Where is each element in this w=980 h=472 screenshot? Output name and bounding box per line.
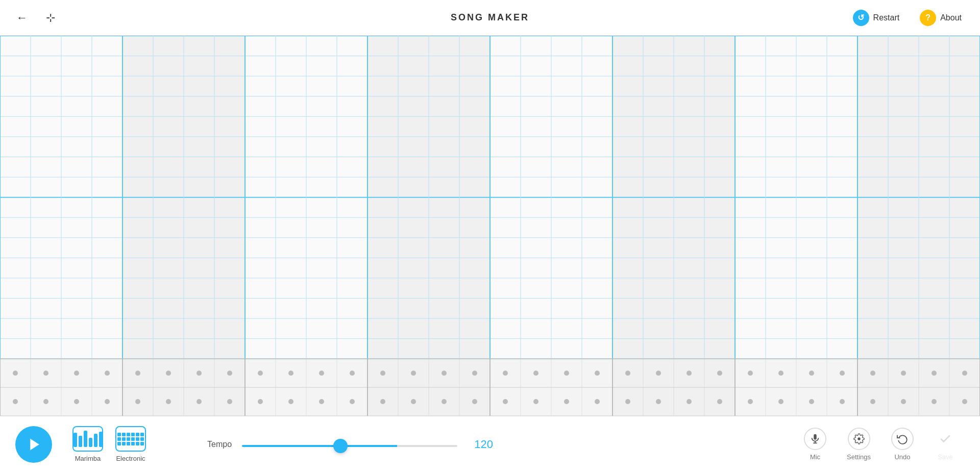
svg-point-120 [870,370,875,376]
undo-label: Undo [894,453,910,461]
marimba-bars [74,431,103,447]
svg-point-106 [442,370,447,376]
marimba-icon [72,426,103,452]
svg-point-117 [778,370,783,376]
tempo-label: Tempo [207,440,232,449]
svg-point-121 [901,370,906,376]
svg-point-92 [13,370,18,376]
svg-point-131 [227,399,232,404]
svg-point-123 [962,370,967,376]
svg-point-97 [166,370,171,376]
svg-point-137 [411,399,416,404]
svg-point-153 [901,399,906,404]
mic-tool[interactable]: Mic [796,424,835,465]
back-button[interactable]: ← [12,9,32,27]
svg-point-138 [442,399,447,404]
page-title: SONG MAKER [451,12,529,23]
about-icon: ? [920,10,936,26]
settings-label: Settings [847,453,871,461]
tempo-slider[interactable] [242,445,457,447]
svg-point-155 [962,399,967,404]
header-right: ↺ Restart ? About [847,7,968,29]
svg-point-126 [74,399,79,404]
restart-button[interactable]: ↺ Restart [847,7,906,29]
about-button[interactable]: ? About [914,7,968,29]
play-icon [27,437,42,452]
grid-wrapper [0,36,980,416]
svg-point-160 [857,437,861,440]
svg-point-103 [350,370,355,376]
svg-point-141 [533,399,538,404]
svg-point-133 [288,399,293,404]
move-button[interactable]: ⊹ [42,9,59,27]
settings-icon [848,428,870,450]
svg-point-114 [687,370,692,376]
undo-icon [891,428,914,450]
svg-point-127 [105,399,110,404]
svg-point-152 [870,399,875,404]
svg-point-154 [932,399,937,404]
svg-point-122 [932,370,937,376]
settings-tool[interactable]: Settings [839,424,879,465]
svg-point-147 [717,399,722,404]
tempo-slider-wrapper [242,440,457,449]
svg-point-124 [13,399,18,404]
toolbar-right: Mic Settings Undo [796,424,965,465]
svg-point-151 [840,399,845,404]
toolbar: Marimba [0,416,980,472]
svg-point-100 [258,370,263,376]
song-grid[interactable] [0,36,980,416]
svg-point-102 [319,370,324,376]
svg-point-111 [595,370,600,376]
instrument-group: Marimba [72,426,146,462]
save-tool[interactable]: Save [926,424,965,465]
svg-point-143 [595,399,600,404]
svg-point-105 [411,370,416,376]
play-button[interactable] [15,426,52,463]
about-label: About [940,13,962,22]
svg-point-128 [135,399,140,404]
tempo-section: Tempo 120 [207,438,493,451]
header-left: ← ⊹ [12,9,59,27]
instrument-marimba[interactable]: Marimba [72,426,103,462]
svg-point-129 [166,399,171,404]
svg-point-148 [748,399,753,404]
restart-icon: ↺ [853,10,869,26]
svg-point-98 [197,370,202,376]
svg-point-119 [840,370,845,376]
keyboard-grid [117,433,144,445]
svg-point-150 [809,399,814,404]
svg-point-110 [564,370,569,376]
svg-point-132 [258,399,263,404]
svg-point-142 [564,399,569,404]
svg-point-140 [503,399,508,404]
undo-tool[interactable]: Undo [883,424,922,465]
svg-point-104 [380,370,385,376]
header: ← ⊹ SONG MAKER ↺ Restart ? About [0,0,980,36]
svg-point-93 [43,370,48,376]
svg-point-96 [135,370,140,376]
svg-point-118 [809,370,814,376]
mic-icon [804,428,826,450]
electronic-label: Electronic [116,455,145,462]
save-label: Save [938,453,953,461]
tempo-value: 120 [468,438,493,451]
save-icon [934,428,957,450]
svg-point-109 [533,370,538,376]
svg-point-113 [656,370,661,376]
svg-point-144 [625,399,630,404]
svg-point-130 [197,399,202,404]
svg-point-135 [350,399,355,404]
svg-point-94 [74,370,79,376]
mic-label: Mic [810,453,820,461]
svg-point-139 [472,399,477,404]
marimba-label: Marimba [75,455,101,462]
restart-label: Restart [873,13,900,22]
svg-marker-156 [30,438,39,450]
grid-area[interactable] [0,36,980,416]
svg-point-149 [778,399,783,404]
electronic-icon [115,426,146,452]
svg-rect-157 [814,434,817,440]
svg-point-116 [748,370,753,376]
instrument-electronic[interactable]: Electronic [115,426,146,462]
